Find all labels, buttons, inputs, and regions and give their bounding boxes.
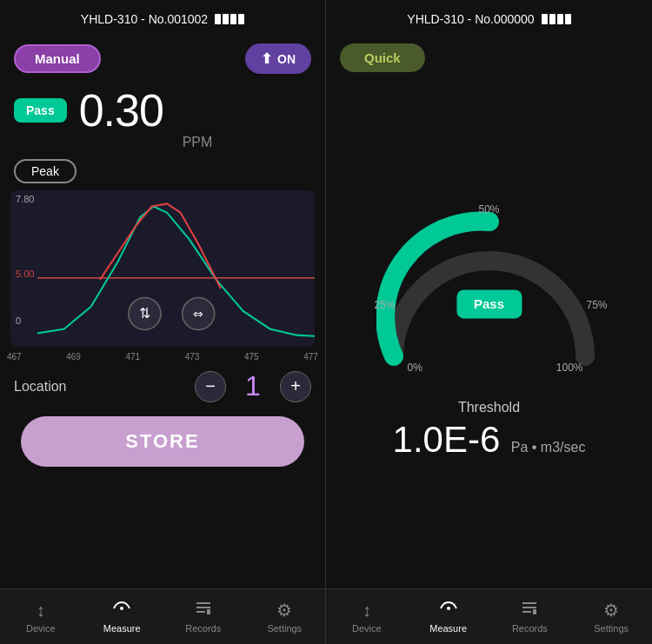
upload-icon: ⬆ (261, 50, 272, 67)
chart-y-threshold: 5.00 (16, 269, 34, 279)
gauge-area: 0% 25% 50% 75% 100% Pass Threshold 1.0E-… (326, 77, 652, 588)
store-button[interactable]: STORE (21, 416, 304, 467)
r-measure-icon (439, 601, 458, 621)
device-label: Device (26, 623, 56, 634)
threshold-value: 1.0E-6 (393, 419, 501, 460)
right-battery (542, 14, 571, 24)
chart-svg: ⇅ ⇔ (10, 190, 315, 347)
r-battery-bar-2 (549, 14, 556, 24)
r-settings-icon: ⚙ (603, 600, 619, 621)
svg-point-5 (120, 607, 123, 610)
r-device-label: Device (352, 623, 382, 634)
device-icon: ↕ (37, 601, 45, 621)
tab-settings-left[interactable]: ⚙ Settings (244, 594, 326, 639)
right-status-bar: YHLD-310 - No.000000 (326, 0, 652, 38)
svg-point-10 (447, 607, 450, 610)
r-tab-records[interactable]: Records (489, 595, 571, 639)
svg-rect-6 (196, 602, 210, 604)
peak-button[interactable]: Peak (14, 159, 77, 183)
battery-bar-2 (223, 14, 229, 24)
svg-rect-13 (522, 611, 531, 613)
measure-unit: PPM (70, 135, 325, 156)
svg-rect-12 (522, 607, 536, 608)
svg-text:⇔: ⇔ (193, 307, 203, 321)
battery-bar-3 (230, 14, 236, 24)
measure-tab-label: Measure (103, 623, 141, 634)
measure-value: 0.30 (79, 88, 163, 133)
pass-badge: Pass (14, 98, 67, 123)
tab-measure-left[interactable]: Measure (82, 595, 163, 639)
r-battery-bar-4 (565, 14, 571, 24)
tab-device-left[interactable]: ↕ Device (0, 595, 82, 639)
svg-rect-9 (207, 609, 210, 614)
location-minus-button[interactable]: − (195, 371, 226, 402)
svg-rect-8 (196, 611, 205, 613)
location-label: Location (14, 379, 181, 395)
r-tab-settings[interactable]: ⚙ Settings (570, 594, 652, 639)
location-row: Location − 1 + (0, 362, 325, 408)
gauge-label-100: 100% (556, 362, 583, 374)
battery-bar-1 (215, 14, 221, 24)
threshold-label: Threshold (393, 400, 586, 415)
left-tab-bar: ↕ Device Measure Records (0, 588, 325, 644)
battery-bar-4 (238, 14, 244, 24)
right-tab-bar: ↕ Device Measure (326, 588, 652, 644)
left-status-bar: YHLD-310 - No.001002 (0, 0, 325, 38)
manual-button[interactable]: Manual (14, 44, 101, 73)
right-title: YHLD-310 - No.000000 (407, 12, 534, 26)
svg-rect-14 (533, 609, 536, 614)
gauge-label-75: 75% (586, 299, 607, 311)
peak-row: Peak (0, 156, 325, 187)
settings-tab-label: Settings (267, 623, 302, 634)
r-settings-tab-label: Settings (594, 623, 629, 634)
svg-rect-7 (196, 607, 210, 608)
r-device-icon: ↕ (363, 601, 371, 621)
r-tab-measure[interactable]: Measure (408, 595, 489, 639)
x-labels: 467 469 471 473 475 477 (0, 350, 325, 362)
gauge-wrap: 0% 25% 50% 75% 100% Pass (376, 200, 602, 391)
on-button[interactable]: ⬆ ON (245, 43, 311, 74)
left-panel: YHLD-310 - No.001002 Manual ⬆ ON Pass 0.… (0, 0, 326, 644)
svg-rect-11 (522, 602, 536, 604)
threshold-value-row: 1.0E-6 Pa • m3/sec (393, 419, 586, 461)
location-plus-button[interactable]: + (280, 371, 311, 402)
location-value: 1 (240, 370, 266, 402)
gauge-label-50: 50% (478, 203, 499, 216)
r-battery-bar-1 (542, 14, 548, 24)
right-panel: YHLD-310 - No.000000 Quick (326, 0, 652, 644)
measure-display: Pass 0.30 (0, 79, 325, 136)
right-control-row: Quick (326, 38, 652, 77)
gauge-label-25: 25% (375, 299, 396, 311)
chart-y-min: 0 (16, 315, 21, 326)
settings-icon: ⚙ (276, 600, 292, 621)
threshold-section: Threshold 1.0E-6 Pa • m3/sec (393, 391, 586, 475)
on-label: ON (277, 52, 296, 66)
left-title: YHLD-310 - No.001002 (81, 12, 208, 26)
r-measure-tab-label: Measure (429, 623, 467, 634)
left-control-row: Manual ⬆ ON (0, 38, 325, 79)
store-btn-wrap: STORE (0, 408, 325, 481)
measure-icon (112, 601, 131, 621)
quick-button[interactable]: Quick (340, 43, 425, 72)
records-tab-label: Records (185, 623, 221, 634)
threshold-unit: Pa • m3/sec (511, 440, 586, 455)
r-records-tab-label: Records (512, 623, 548, 634)
r-tab-device[interactable]: ↕ Device (326, 595, 408, 639)
gauge-label-0: 0% (408, 362, 422, 374)
r-battery-bar-3 (557, 14, 563, 24)
tab-records-left[interactable]: Records (163, 595, 244, 639)
chart-y-max: 7.80 (16, 194, 34, 204)
r-records-icon (521, 601, 538, 621)
records-icon (195, 601, 212, 621)
left-battery (215, 14, 244, 24)
right-pass-badge: Pass (456, 289, 522, 318)
chart-area: 7.80 5.00 0 ⇅ ⇔ (10, 190, 315, 347)
svg-text:⇅: ⇅ (139, 305, 150, 321)
